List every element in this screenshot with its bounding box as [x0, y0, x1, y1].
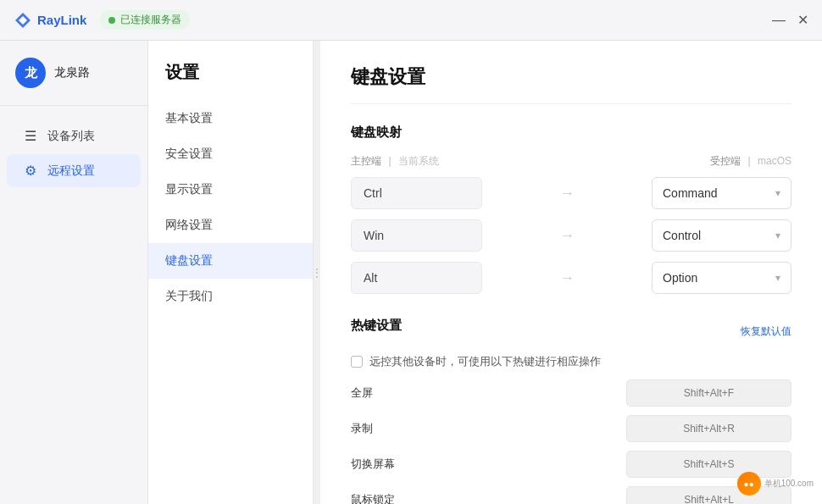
hotkey-header: 热键设置 恢复默认值	[351, 318, 791, 346]
settings-panel: 设置 基本设置 安全设置 显示设置 网络设置 键盘设置 关于我们	[148, 41, 314, 504]
sidebar-label-devices: 设备列表	[47, 129, 95, 144]
hotkey-row-fullscreen: 全屏 Shift+Alt+F	[351, 379, 791, 407]
avatar: 龙	[15, 58, 46, 88]
kb-select-alt-value: Option	[663, 271, 697, 285]
kb-row-win: Win → Control ▾	[351, 219, 791, 252]
kb-host-key-ctrl: Ctrl	[351, 177, 482, 209]
content-title: 键盘设置	[351, 64, 791, 104]
resize-handle[interactable]	[314, 41, 320, 504]
settings-item-display[interactable]: 显示设置	[148, 172, 313, 208]
settings-item-security[interactable]: 安全设置	[148, 136, 313, 172]
watermark-logo: ●●	[737, 472, 761, 496]
app-name: RayLink	[37, 13, 86, 27]
hotkey-section-label: 热键设置	[351, 318, 402, 334]
chevron-down-icon-3: ▾	[775, 272, 780, 284]
connection-status: 已连接服务器	[100, 10, 190, 30]
settings-item-basic[interactable]: 基本设置	[148, 101, 313, 136]
col-pipe: |	[388, 155, 391, 167]
restore-defaults-button[interactable]: 恢复默认值	[741, 324, 791, 339]
hotkey-section: 热键设置 恢复默认值 远控其他设备时，可使用以下热键进行相应操作 全屏 Shif…	[351, 318, 791, 504]
watermark-text: 单机100.com	[764, 478, 814, 490]
hotkey-name-fullscreen: 全屏	[351, 385, 436, 401]
keyboard-mapping-section: 键盘映射 主控端 | 当前系统 受控端 | macOS Ctrl	[351, 125, 791, 294]
gear-icon: ⚙	[22, 163, 39, 179]
content-area: 键盘设置 键盘映射 主控端 | 当前系统 受控端 | macOS	[320, 41, 822, 504]
chevron-down-icon: ▾	[775, 187, 780, 199]
hotkey-desc-row: 远控其他设备时，可使用以下热键进行相应操作	[351, 354, 791, 369]
col-remote-sub: macOS	[758, 155, 791, 167]
list-icon: ☰	[22, 128, 39, 144]
kb-row-alt: Alt → Option ▾	[351, 262, 791, 294]
kb-select-ctrl-value: Command	[663, 186, 718, 200]
close-button[interactable]: ✕	[797, 14, 808, 27]
app-logo: RayLink	[14, 11, 86, 30]
hotkey-enable-checkbox[interactable]	[351, 356, 363, 368]
kb-row-ctrl: Ctrl → Command ▾	[351, 177, 791, 209]
kb-arrow-1: →	[492, 227, 641, 245]
sidebar-item-remote[interactable]: ⚙ 远程设置	[7, 154, 141, 187]
hotkey-row-record: 录制 Shift+Alt+R	[351, 415, 791, 442]
col-pipe2: |	[747, 155, 750, 167]
kb-arrow-2: →	[492, 269, 641, 287]
sidebar-label-remote: 远程设置	[47, 163, 95, 179]
kb-select-alt[interactable]: Option ▾	[652, 262, 791, 294]
nav-section: ☰ 设备列表 ⚙ 远程设置	[0, 106, 147, 189]
hotkey-key-record: Shift+Alt+R	[626, 415, 791, 442]
sidebar-item-devices[interactable]: ☰ 设备列表	[7, 119, 141, 152]
settings-item-about[interactable]: 关于我们	[148, 279, 313, 314]
col-remote-label: 受控端	[710, 155, 741, 167]
kb-select-win[interactable]: Control ▾	[652, 219, 791, 252]
hotkey-name-mouse-lock: 鼠标锁定	[351, 492, 436, 504]
sidebar: 龙 龙泉路 ☰ 设备列表 ⚙ 远程设置	[0, 41, 148, 504]
col-host-label: 主控端	[351, 155, 381, 167]
mapping-section-label: 键盘映射	[351, 125, 791, 141]
kb-arrow-0: →	[492, 185, 641, 202]
username: 龙泉路	[54, 65, 90, 80]
hotkey-row-mouse-lock: 鼠标锁定 Shift+Alt+L	[351, 486, 791, 504]
kb-host-key-win: Win	[351, 219, 482, 252]
settings-title: 设置	[148, 61, 313, 101]
col-host-sub: 当前系统	[398, 155, 439, 167]
settings-item-network[interactable]: 网络设置	[148, 208, 313, 243]
hotkey-row-switch-screen: 切换屏幕 Shift+Alt+S	[351, 451, 791, 478]
chevron-down-icon-2: ▾	[775, 230, 780, 241]
app-body: 龙 龙泉路 ☰ 设备列表 ⚙ 远程设置 设置 基本设置 安全设置 显示设置 网络…	[0, 41, 822, 504]
kb-select-ctrl[interactable]: Command ▾	[652, 177, 791, 209]
hotkey-name-switch-screen: 切换屏幕	[351, 457, 436, 472]
hotkey-key-fullscreen: Shift+Alt+F	[626, 379, 791, 407]
kb-host-key-alt: Alt	[351, 262, 482, 294]
settings-item-keyboard[interactable]: 键盘设置	[148, 243, 313, 279]
watermark: ●● 单机100.com	[737, 472, 814, 496]
status-dot	[108, 17, 115, 24]
hotkey-name-record: 录制	[351, 421, 436, 436]
titlebar: RayLink 已连接服务器 — ✕	[0, 0, 822, 41]
window-controls: — ✕	[772, 14, 808, 27]
minimize-button[interactable]: —	[772, 14, 786, 27]
status-text: 已连接服务器	[120, 13, 181, 27]
user-info: 龙 龙泉路	[0, 58, 147, 106]
hotkey-description: 远控其他设备时，可使用以下热键进行相应操作	[369, 354, 601, 369]
kb-select-win-value: Control	[663, 229, 701, 242]
